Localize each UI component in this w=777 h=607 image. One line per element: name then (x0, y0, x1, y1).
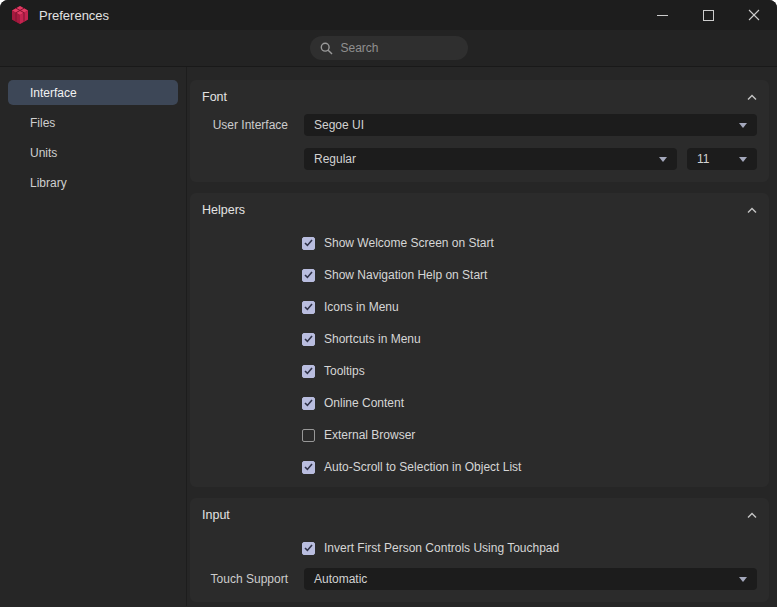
dropdown-arrow-icon (739, 577, 747, 582)
section-helpers-header[interactable]: Helpers (202, 193, 757, 227)
search-icon (320, 42, 333, 55)
section-title: Font (202, 90, 227, 104)
settings-content: Font User Interface Segoe UI Regular (187, 67, 777, 606)
touch-support-select[interactable]: Automatic (304, 568, 757, 590)
check-icon (304, 239, 313, 247)
checkbox-row-icons-in-menu: Icons in Menu (302, 291, 757, 323)
sidebar-item-label: Interface (30, 86, 77, 100)
titlebar: Preferences (0, 0, 777, 30)
preferences-window: Preferences Search Interface (0, 0, 777, 607)
check-icon (304, 335, 313, 343)
checkbox[interactable] (302, 365, 315, 378)
section-title: Input (202, 508, 230, 522)
sidebar-item-interface[interactable]: Interface (8, 80, 178, 105)
minimize-icon (657, 10, 668, 21)
window-title: Preferences (39, 8, 109, 23)
dropdown-arrow-icon (659, 157, 667, 162)
checkbox-label: Tooltips (324, 364, 365, 378)
checkbox-row-shortcuts-in-menu: Shortcuts in Menu (302, 323, 757, 355)
font-style-row: Regular 11 (202, 148, 757, 170)
checkbox-row-show-navigation-help: Show Navigation Help on Start (302, 259, 757, 291)
checkbox-row-external-browser: External Browser (302, 419, 757, 451)
checkbox-label: Show Navigation Help on Start (324, 268, 487, 282)
section-font: Font User Interface Segoe UI Regular (190, 80, 769, 182)
checkbox-label: Online Content (324, 396, 404, 410)
sidebar-item-library[interactable]: Library (8, 170, 178, 195)
checkbox[interactable] (302, 333, 315, 346)
minimize-button[interactable] (639, 0, 685, 30)
select-value: 11 (697, 152, 709, 166)
font-style-select[interactable]: Regular (304, 148, 677, 170)
sidebar-item-label: Files (30, 116, 55, 130)
field-label: Touch Support (202, 572, 288, 586)
checkbox-label: Auto-Scroll to Selection in Object List (324, 460, 521, 474)
checkbox-row-show-welcome-screen: Show Welcome Screen on Start (302, 227, 757, 259)
sidebar-item-files[interactable]: Files (8, 110, 178, 135)
body: Interface Files Units Library Font (0, 67, 777, 606)
sidebar-item-label: Library (30, 176, 67, 190)
checkbox[interactable] (302, 269, 315, 282)
check-icon (304, 303, 313, 311)
search-input[interactable]: Search (310, 36, 468, 60)
close-button[interactable] (731, 0, 777, 30)
checkbox-label: Invert First Person Controls Using Touch… (324, 541, 559, 555)
checkbox-row-auto-scroll: Auto-Scroll to Selection in Object List (302, 451, 757, 483)
section-helpers: Helpers Show Welcome Screen on Start S (190, 193, 769, 487)
maximize-icon (703, 10, 714, 21)
checkbox-row-tooltips: Tooltips (302, 355, 757, 387)
checkbox-label: Shortcuts in Menu (324, 332, 421, 346)
checkbox[interactable] (302, 237, 315, 250)
font-size-select[interactable]: 11 (687, 148, 757, 170)
sidebar: Interface Files Units Library (0, 67, 187, 606)
field-label: User Interface (202, 118, 288, 132)
sidebar-item-label: Units (30, 146, 57, 160)
chevron-up-icon[interactable] (747, 207, 757, 214)
checkbox[interactable] (302, 429, 315, 442)
section-title: Helpers (202, 203, 245, 217)
close-icon (748, 9, 760, 21)
font-ui-row: User Interface Segoe UI (202, 114, 757, 136)
sidebar-item-units[interactable]: Units (8, 140, 178, 165)
font-family-select[interactable]: Segoe UI (304, 114, 757, 136)
search-header: Search (0, 30, 777, 67)
section-input-header[interactable]: Input (202, 498, 757, 532)
chevron-up-icon[interactable] (747, 94, 757, 101)
check-icon (304, 367, 313, 375)
app-logo-icon (10, 5, 30, 25)
select-value: Segoe UI (314, 118, 364, 132)
checkbox-row-invert-first-person: Invert First Person Controls Using Touch… (302, 532, 757, 564)
dropdown-arrow-icon (739, 123, 747, 128)
checkbox-label: External Browser (324, 428, 415, 442)
checkbox[interactable] (302, 397, 315, 410)
check-icon (304, 463, 313, 471)
select-value: Automatic (314, 572, 367, 586)
check-icon (304, 271, 313, 279)
checkbox[interactable] (302, 461, 315, 474)
checkbox-label: Show Welcome Screen on Start (324, 236, 494, 250)
checkbox[interactable] (302, 301, 315, 314)
checkbox-row-online-content: Online Content (302, 387, 757, 419)
checkbox-label: Icons in Menu (324, 300, 399, 314)
search-placeholder: Search (341, 41, 379, 55)
touch-support-row: Touch Support Automatic (202, 568, 757, 590)
check-icon (304, 544, 313, 552)
dropdown-arrow-icon (739, 157, 747, 162)
section-input: Input Invert First Person Controls Using… (190, 498, 769, 602)
checkbox[interactable] (302, 542, 315, 555)
maximize-button[interactable] (685, 0, 731, 30)
section-font-header[interactable]: Font (202, 80, 757, 114)
select-value: Regular (314, 152, 356, 166)
check-icon (304, 399, 313, 407)
chevron-up-icon[interactable] (747, 512, 757, 519)
